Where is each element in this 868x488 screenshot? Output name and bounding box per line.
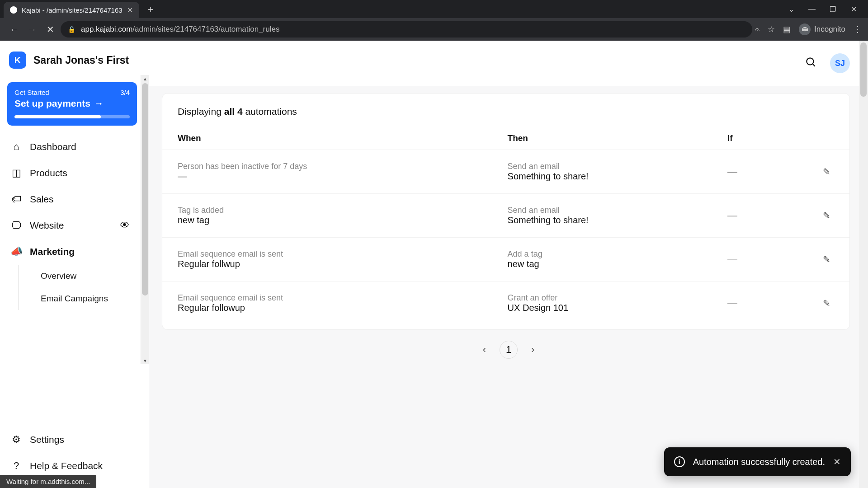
edit-button[interactable]: ✎ — [819, 252, 834, 267]
browser-forward-button: → — [24, 22, 40, 37]
scroll-up-icon[interactable]: ▲ — [141, 75, 149, 82]
if-value: — — [727, 253, 737, 265]
sidebar-item-products[interactable]: ◫ Products — [5, 160, 144, 186]
window-close-icon[interactable]: ✕ — [849, 5, 858, 14]
when-trigger: Person has been inactive for 7 days — [178, 162, 477, 171]
automations-table: When Then If Person has been inactive fo… — [162, 127, 849, 325]
tab-close-icon[interactable]: ✕ — [127, 6, 133, 14]
sidebar-scroll-thumb[interactable] — [142, 83, 148, 296]
sidebar-item-website[interactable]: 🖵 Website 👁 — [5, 212, 144, 239]
sidebar-item-label: Products — [30, 168, 67, 178]
sidebar-scrollbar[interactable]: ▲ ▼ — [141, 75, 149, 364]
get-started-card[interactable]: Get Started 3/4 Set up payments → — [7, 82, 137, 126]
sidebar-item-dashboard[interactable]: ⌂ Dashboard — [5, 134, 144, 160]
then-action: Grant an offer — [508, 293, 697, 303]
sidebar-item-label: Dashboard — [30, 141, 76, 152]
browser-tabstrip: Kajabi - /admin/sites/2147647163 ✕ ＋ ⌄ ―… — [0, 0, 868, 18]
arrow-right-icon: → — [94, 98, 104, 109]
when-trigger: Email sequence email is sent — [178, 249, 477, 259]
monitor-icon: 🖵 — [10, 220, 23, 231]
sidebar-item-sales[interactable]: 🏷 Sales — [5, 186, 144, 212]
megaphone-icon: 📣 — [10, 246, 23, 258]
search-icon[interactable] — [805, 56, 816, 70]
sidebar-item-marketing[interactable]: 📣 Marketing — [5, 239, 144, 265]
avatar[interactable]: SJ — [830, 53, 850, 73]
browser-tab[interactable]: Kajabi - /admin/sites/2147647163 ✕ — [4, 2, 139, 18]
then-action: Send an email — [508, 162, 697, 171]
then-value: new tag — [508, 259, 697, 269]
get-started-label: Get Started — [14, 89, 49, 96]
side-panel-icon[interactable]: ▤ — [783, 24, 791, 34]
sidebar: K Sarah Jonas's First Get Started 3/4 Se… — [0, 41, 149, 488]
if-value: — — [727, 210, 737, 221]
gear-icon: ⚙ — [10, 434, 23, 446]
edit-button[interactable]: ✎ — [819, 164, 834, 179]
tag-icon: 🏷 — [10, 193, 23, 205]
col-header-then: Then — [492, 127, 712, 150]
then-action: Send an email — [508, 206, 697, 215]
address-bar[interactable]: 🔒 app.kajabi.com/admin/sites/2147647163/… — [61, 21, 752, 38]
then-value: UX Design 101 — [508, 303, 697, 313]
info-icon: i — [674, 456, 685, 467]
svg-point-0 — [807, 58, 813, 65]
pager-current[interactable]: 1 — [500, 341, 518, 359]
table-row[interactable]: Email sequence email is sent Regular fol… — [162, 282, 849, 325]
panel-heading: Displaying all 4 automations — [162, 106, 849, 127]
browser-stop-button[interactable]: ✕ — [42, 22, 58, 37]
window-minimize-icon[interactable]: ― — [807, 5, 816, 13]
get-started-progress: 3/4 — [120, 89, 130, 96]
get-started-cta: Set up payments — [14, 98, 90, 109]
url-text: app.kajabi.com/admin/sites/2147647163/au… — [81, 25, 279, 34]
automations-panel: Displaying all 4 automations When Then I… — [162, 93, 850, 330]
toast-close-icon[interactable]: ✕ — [833, 456, 841, 467]
sidebar-sub-email-campaigns[interactable]: Email Campaigns — [37, 287, 144, 310]
tab-favicon — [10, 6, 17, 14]
incognito-indicator[interactable]: 🕶 Incognito — [799, 23, 845, 35]
pagination: ‹ 1 › — [149, 330, 868, 363]
scroll-down-icon[interactable]: ▼ — [141, 357, 149, 364]
when-trigger: Email sequence email is sent — [178, 293, 477, 303]
sidebar-item-label: Website — [30, 220, 64, 231]
content-area: SJ Displaying all 4 automations When The… — [149, 41, 868, 488]
eye-icon[interactable]: 👁 — [120, 220, 140, 231]
when-value: — — [178, 171, 477, 182]
if-value: — — [727, 297, 737, 309]
new-tab-button[interactable]: ＋ — [144, 2, 157, 16]
when-trigger: Tag is added — [178, 206, 477, 215]
home-icon: ⌂ — [10, 141, 23, 153]
page-scrollbar[interactable] — [859, 41, 868, 488]
sidebar-item-settings[interactable]: ⚙ Settings — [5, 427, 144, 453]
toast-success: i Automation successfully created. ✕ — [664, 447, 851, 476]
sidebar-item-label: Sales — [30, 194, 54, 205]
site-name: Sarah Jonas's First — [33, 54, 129, 66]
browser-menu-icon[interactable]: ⋮ — [854, 24, 862, 34]
sidebar-item-label: Marketing — [30, 246, 75, 257]
pager-prev-icon[interactable]: ‹ — [483, 344, 486, 356]
help-icon: ? — [10, 460, 23, 472]
edit-button[interactable]: ✎ — [819, 296, 834, 311]
table-row[interactable]: Tag is added new tag Send an email Somet… — [162, 194, 849, 238]
kajabi-logo[interactable]: K — [9, 52, 26, 69]
then-value: Something to share! — [508, 215, 697, 225]
bookmark-star-icon[interactable]: ☆ — [768, 24, 775, 34]
table-row[interactable]: Person has been inactive for 7 days — Se… — [162, 150, 849, 194]
page-scroll-thumb[interactable] — [860, 42, 867, 97]
col-header-if: If — [712, 127, 794, 150]
eye-off-icon[interactable]: 𝄐 — [755, 25, 760, 34]
table-row[interactable]: Email sequence email is sent Regular fol… — [162, 238, 849, 282]
edit-button[interactable]: ✎ — [819, 208, 834, 223]
pager-next-icon[interactable]: › — [531, 344, 534, 356]
toast-message: Automation successfully created. — [693, 457, 825, 467]
window-maximize-icon[interactable]: ❐ — [828, 5, 837, 14]
sidebar-sub-overview[interactable]: Overview — [37, 265, 144, 287]
lock-icon[interactable]: 🔒 — [68, 26, 75, 33]
when-value: new tag — [178, 215, 477, 225]
status-bar: Waiting for m.addthis.com... — [0, 475, 96, 488]
if-value: — — [727, 166, 737, 177]
then-action: Add a tag — [508, 249, 697, 259]
incognito-icon: 🕶 — [799, 23, 811, 35]
browser-back-button[interactable]: ← — [6, 22, 22, 37]
tab-search-icon[interactable]: ⌄ — [787, 5, 796, 14]
get-started-progressbar — [14, 115, 130, 118]
svg-line-1 — [813, 64, 815, 66]
